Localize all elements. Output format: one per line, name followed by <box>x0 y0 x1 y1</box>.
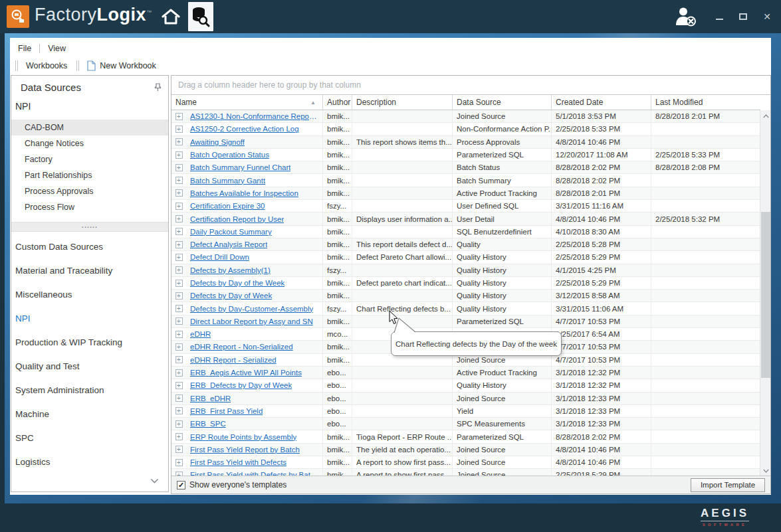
template-link[interactable]: Batch Operation Status <box>190 151 269 159</box>
expand-row-icon[interactable]: + <box>175 305 183 312</box>
expand-row-icon[interactable]: + <box>175 138 183 145</box>
table-row[interactable]: +ERB_eDHRebo...Joined Source3/1/2018 12:… <box>171 393 760 405</box>
template-link[interactable]: Direct Labor Report by Assy and SN <box>190 317 313 325</box>
table-row[interactable]: +Certification Expire 30fszy...User Defi… <box>171 200 760 213</box>
minimize-button[interactable] <box>712 10 726 23</box>
template-link[interactable]: Defect Drill Down <box>190 253 249 261</box>
scroll-up-button[interactable] <box>760 110 771 122</box>
menu-view[interactable]: View <box>40 42 74 55</box>
expand-row-icon[interactable]: + <box>175 164 183 171</box>
close-button[interactable]: ✕ <box>760 10 774 23</box>
category-miscellaneous[interactable]: Miscellaneous <box>11 283 168 307</box>
pin-icon[interactable] <box>154 82 162 94</box>
home-icon[interactable] <box>158 4 183 29</box>
expand-row-icon[interactable]: + <box>175 292 183 300</box>
expand-row-icon[interactable]: + <box>175 113 183 120</box>
new-workbook-button[interactable]: New Workbook <box>83 58 160 73</box>
table-row[interactable]: +Certification Report by Userbmik...Disp… <box>171 213 760 225</box>
sidebar-item-factory[interactable]: Factory <box>11 151 168 167</box>
category-spc[interactable]: SPC <box>11 426 168 450</box>
template-link[interactable]: ERP Route Points by Assembly <box>190 433 296 441</box>
template-link[interactable]: eDHR Report - Serialized <box>190 356 277 364</box>
template-link[interactable]: ERB_SPC <box>190 420 226 428</box>
template-link[interactable]: First Pass Yield with Defects <box>190 458 286 466</box>
expand-row-icon[interactable]: + <box>175 446 183 453</box>
expand-row-icon[interactable]: + <box>175 228 183 235</box>
show-everyones-templates-checkbox[interactable]: ✓ <box>177 481 185 489</box>
column-header-data-source[interactable]: Data Source <box>453 95 552 110</box>
expand-row-icon[interactable]: + <box>175 177 183 184</box>
template-link[interactable]: Certification Expire 30 <box>190 202 265 210</box>
expand-row-icon[interactable]: + <box>175 407 183 414</box>
scroll-down-button[interactable] <box>760 465 771 476</box>
expand-row-icon[interactable]: + <box>175 382 183 389</box>
table-row[interactable]: +Batches Available for Inspectionbmik...… <box>171 187 760 200</box>
sidebar-item-process-flow[interactable]: Process Flow <box>11 199 168 215</box>
column-header-author[interactable]: Author <box>323 95 352 110</box>
template-link[interactable]: Batches Available for Inspection <box>190 189 298 197</box>
sidebar-item-change-notices[interactable]: Change Notices <box>11 135 168 151</box>
table-row[interactable]: +Batch Summary Ganttbmik...Batch Summary… <box>171 174 760 187</box>
table-row[interactable]: +Awaiting Signoffbmik...This report show… <box>171 136 760 149</box>
template-link[interactable]: Defect Analysis Report <box>190 240 267 248</box>
template-link[interactable]: AS1230-1 Non-Conformance Report by ... <box>190 112 318 120</box>
table-row[interactable]: +AS1230-1 Non-Conformance Report by ...b… <box>171 110 760 123</box>
expand-row-icon[interactable]: + <box>175 254 183 261</box>
group-by-bar[interactable]: Drag a column header here to group by th… <box>171 76 770 95</box>
table-row[interactable]: +Direct Labor Report by Assy and SNbmik.… <box>171 315 760 328</box>
expand-row-icon[interactable]: + <box>175 433 183 440</box>
expand-row-icon[interactable]: + <box>175 189 183 197</box>
category-npi[interactable]: NPI <box>11 307 168 331</box>
template-link[interactable]: Defects by Assembly(1) <box>190 266 271 274</box>
category-custom-data-sources[interactable]: Custom Data Sources <box>11 235 168 259</box>
template-link[interactable]: Certification Report by User <box>190 215 284 223</box>
expand-row-icon[interactable]: + <box>175 317 183 325</box>
menu-file[interactable]: File <box>10 42 39 55</box>
sidebar-item-cad-bom[interactable]: CAD-BOM <box>11 120 168 135</box>
category-logistics[interactable]: Logistics <box>11 450 168 474</box>
expand-row-icon[interactable]: + <box>175 280 183 287</box>
sidebar-splitter[interactable]: ...... <box>11 222 168 232</box>
table-row[interactable]: +Batch Summary Funnel Chartbmik...Batch … <box>171 161 760 174</box>
category-machine[interactable]: Machine <box>11 402 168 426</box>
template-link[interactable]: ERB_First Pass Yield <box>190 407 263 415</box>
category-quality-and-test[interactable]: Quality and Test <box>11 355 168 379</box>
table-row[interactable]: +Defects by Assembly(1)fszy...Quality Hi… <box>171 264 760 277</box>
logout-user-icon[interactable] <box>675 7 697 29</box>
template-link[interactable]: Defects by Day of Week <box>190 292 272 300</box>
column-header-description[interactable]: Description <box>352 95 453 110</box>
table-row[interactable]: +ERB_First Pass Yieldebo...Yield3/1/2018… <box>171 405 760 418</box>
workbooks-button[interactable]: Workbooks <box>22 59 71 72</box>
template-link[interactable]: eDHR <box>190 330 211 338</box>
expand-row-icon[interactable]: + <box>175 395 183 402</box>
table-row[interactable]: +ERB_Aegis Active WIP All Pointsebo...Ac… <box>171 367 760 379</box>
table-row[interactable]: +Batch Operation Statusbmik...Parameteri… <box>171 149 760 161</box>
chevron-down-icon[interactable] <box>150 474 159 486</box>
table-row[interactable]: +Defects by Day of the Weekbmik...Defect… <box>171 277 760 290</box>
template-link[interactable]: Daily Packout Summary <box>190 228 272 236</box>
column-header-created-date[interactable]: Created Date <box>552 95 651 110</box>
template-link[interactable]: Defects by Day-Customer-Assembly <box>190 305 313 313</box>
table-row[interactable]: +First Pass Yield with Defectsbmik...A r… <box>171 456 760 469</box>
expand-row-icon[interactable]: + <box>175 151 183 159</box>
sidebar-item-process-approvals[interactable]: Process Approvals <box>11 183 168 199</box>
category-production-wip-tracking[interactable]: Production & WIP Tracking <box>11 331 168 355</box>
vertical-scrollbar[interactable] <box>760 110 770 476</box>
data-sources-browser-icon[interactable] <box>188 2 213 31</box>
template-link[interactable]: ERB_Defects by Day of Week <box>190 381 292 389</box>
template-link[interactable]: Awaiting Signoff <box>190 138 245 146</box>
table-row[interactable]: +Defect Drill Downbmik...Defect Pareto C… <box>171 251 760 264</box>
expand-row-icon[interactable]: + <box>175 203 183 210</box>
table-row[interactable]: +ERB_Defects by Day of Weekebo...Quality… <box>171 379 760 392</box>
table-row[interactable]: +Defect Analysis Reportbmik...This repor… <box>171 238 760 251</box>
scrollbar-thumb[interactable] <box>761 212 770 378</box>
expand-row-icon[interactable]: + <box>175 331 183 338</box>
table-row[interactable]: +Defects by Day of Weekbmik...Quality Hi… <box>171 290 760 302</box>
table-row[interactable]: +Daily Packout Summarybmik...SQL Benutze… <box>171 226 760 238</box>
column-header-name[interactable]: Name▲ <box>171 95 323 110</box>
template-link[interactable]: ERB_eDHR <box>190 395 231 402</box>
expand-row-icon[interactable]: + <box>175 420 183 428</box>
expand-row-icon[interactable]: + <box>175 459 183 466</box>
table-row[interactable]: +ERP Route Points by Assemblybmik...Tiog… <box>171 430 760 443</box>
table-row[interactable]: +ERB_SPCebo...SPC Measurements3/1/2018 1… <box>171 418 760 430</box>
